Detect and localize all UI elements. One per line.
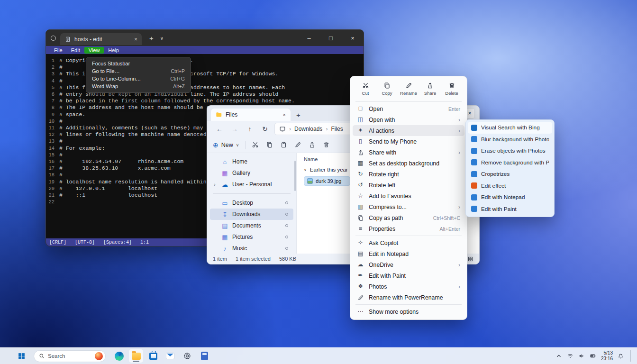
copy-icon[interactable] — [266, 141, 273, 148]
taskbar-app-calculator[interactable] — [197, 349, 211, 363]
cut-button[interactable]: Cut — [355, 80, 375, 98]
maximize-button[interactable]: □ — [320, 30, 342, 46]
breadcrumb-downloads[interactable]: Downloads — [294, 126, 322, 132]
new-tab-button[interactable]: + — [149, 34, 154, 42]
expand-chevron-icon: › — [214, 182, 218, 187]
context-item-set-as-desktop-background[interactable]: ▦ Set as desktop background — [353, 158, 464, 169]
context-item-ai-actions[interactable]: ✦ AI actions › — [353, 125, 464, 136]
taskbar-app-file-explorer[interactable] — [129, 349, 143, 363]
ai-submenu-item-visual-search-with-bing[interactable]: Visual Search with Bing — [468, 122, 552, 134]
taskbar-app-edge[interactable] — [112, 349, 126, 363]
search-input[interactable]: Search — [34, 350, 106, 362]
tab-close-icon[interactable]: × — [283, 112, 286, 118]
context-item-copy-as-path[interactable]: Copy as path Ctrl+Shift+C — [353, 212, 464, 223]
view-menu-item-word-wrap[interactable]: Word WrapAlt+Z — [88, 82, 189, 90]
ai-submenu-item-erase-objects-with-photos[interactable]: Erase objects with Photos — [468, 145, 552, 157]
context-item-edit-in-notepad[interactable]: ▤ Edit in Notepad — [353, 248, 464, 259]
back-icon[interactable]: ← — [212, 125, 227, 133]
ai-submenu-item-edit-with-paint[interactable]: Edit with Paint — [468, 203, 552, 215]
sidebar-scrollbar[interactable] — [294, 161, 296, 191]
status-item: [UTF-8] — [75, 240, 95, 245]
sidebar-item-music[interactable]: ♪ Music — [210, 243, 293, 254]
context-item-compress-to[interactable]: ▥ Compress to... › — [353, 201, 464, 212]
sidebar-item-label: Music — [232, 245, 282, 252]
ai-submenu-item-edit-effect[interactable]: Edit effect — [468, 180, 552, 192]
breadcrumb-files[interactable]: Files — [331, 126, 343, 132]
context-item-ask-copilot[interactable]: ✧ Ask Copilot — [353, 237, 464, 248]
menu-edit[interactable]: Edit — [67, 47, 84, 54]
file-item-selected[interactable]: durk 39.jpg — [304, 176, 350, 186]
context-item-show-more-options[interactable]: ⋯ Show more options — [353, 306, 464, 317]
line-number: 19 — [46, 179, 55, 185]
menu-help[interactable]: Help — [104, 47, 123, 54]
context-item-add-to-favorites[interactable]: ☆ Add to Favorites — [353, 191, 464, 201]
cut-icon[interactable] — [252, 141, 259, 148]
copy-button[interactable]: Copy — [377, 80, 397, 98]
context-item-open-with[interactable]: ◫ Open with › — [353, 114, 464, 125]
tab-close-icon[interactable]: × — [134, 36, 137, 43]
ai-submenu-item-cropetrizes[interactable]: Cropetrizes — [468, 168, 552, 180]
ai-submenu-item-remove-background-with-paint[interactable]: Remove background with Paint — [468, 157, 552, 169]
ai-submenu-item-blur-background-with-photos[interactable]: Blur background with Photos — [468, 134, 552, 146]
context-item-photos[interactable]: ❖ Photos › — [353, 281, 464, 292]
show-desktop-button[interactable] — [630, 350, 631, 362]
collapse-chevron-icon[interactable]: ∨ — [304, 168, 307, 172]
crop-icon — [471, 171, 477, 177]
context-item-properties[interactable]: ≡ Properties Alt+Enter — [353, 223, 464, 234]
sidebar-item-downloads[interactable]: ↧ Downloads — [210, 209, 293, 220]
context-item-send-to-my-phone[interactable]: ▯ Send to My Phone — [353, 136, 464, 147]
network-icon[interactable] — [567, 353, 573, 359]
sidebar-item-user-personal[interactable]: › ☁ User - Personal — [210, 179, 293, 190]
tray-chevron-up-icon[interactable] — [555, 353, 562, 359]
up-icon[interactable]: ↑ — [242, 125, 257, 133]
context-item-share-with[interactable]: Share with › — [353, 147, 464, 158]
toolbar-divider — [245, 141, 246, 149]
explorer-tab[interactable]: Files × — [211, 109, 291, 121]
context-item-rotate-left[interactable]: ↺ Rotate left — [353, 180, 464, 191]
new-button[interactable]: ⊕ New ∨ — [213, 141, 239, 149]
taskbar: Search 5/13 23:16 — [0, 347, 637, 364]
new-tab-button[interactable]: + — [296, 111, 300, 119]
taskbar-app-settings[interactable] — [180, 349, 194, 363]
share-icon[interactable] — [309, 141, 316, 148]
taskbar-clock[interactable]: 5/13 23:16 — [601, 350, 613, 362]
notifications-bell-icon[interactable] — [618, 353, 624, 359]
context-item-rotate-right[interactable]: ↻ Rotate right — [353, 169, 464, 180]
battery-icon[interactable] — [590, 353, 596, 359]
notepad-tab[interactable]: hosts - edit × — [60, 33, 142, 45]
delete-button[interactable]: Delete — [442, 80, 462, 98]
minimize-button[interactable]: – — [298, 30, 320, 46]
start-button[interactable] — [13, 350, 29, 363]
menu-file[interactable]: File — [50, 47, 67, 54]
thumbnail-view-icon[interactable] — [467, 256, 473, 262]
close-button[interactable]: × — [342, 30, 364, 46]
context-item-rename-with-powerrename[interactable]: Rename with PowerRename — [353, 292, 464, 303]
taskbar-app-mail[interactable] — [163, 349, 177, 363]
status-item: [CRLF] — [49, 240, 66, 245]
sidebar-item-gallery[interactable]: ▦ Gallery — [210, 167, 293, 179]
ai-submenu-item-edit-with-notepad[interactable]: Edit with Notepad — [468, 191, 552, 203]
view-menu-item-focus-statusbar[interactable]: Focus Statusbar — [88, 60, 189, 67]
line-number: 5 — [46, 84, 55, 91]
share-button[interactable]: Share — [420, 80, 440, 98]
context-item-open[interactable]: □ Open Enter — [353, 103, 464, 114]
sidebar-item-home[interactable]: ⌂ Home — [210, 156, 293, 167]
rename-button[interactable]: Rename — [399, 80, 419, 98]
context-item-onedrive[interactable]: ☁ OneDrive › — [353, 259, 464, 270]
taskbar-app-store[interactable] — [146, 349, 160, 363]
context-item-edit-with-paint[interactable]: ✒ Edit with Paint — [353, 270, 464, 281]
refresh-icon[interactable]: ↻ — [257, 125, 273, 133]
sidebar-item-documents[interactable]: ▤ Documents — [210, 220, 293, 231]
rename-icon[interactable] — [294, 141, 301, 148]
delete-icon[interactable] — [323, 141, 330, 148]
tab-list-chevron-icon[interactable]: ∨ — [160, 36, 164, 41]
menu-view[interactable]: View — [84, 47, 104, 54]
view-menu-item-go-to-file[interactable]: Go to File…Ctrl+P — [88, 67, 189, 75]
paste-icon[interactable] — [280, 141, 287, 148]
sidebar-item-desktop[interactable]: ▭ Desktop — [210, 197, 293, 209]
forward-icon[interactable]: → — [227, 125, 242, 133]
view-menu-item-go-to-line-column[interactable]: Go to Line-Column…Ctrl+G — [88, 75, 189, 82]
volume-icon[interactable] — [578, 353, 585, 359]
sidebar-item-pictures[interactable]: ▦ Pictures — [210, 231, 293, 243]
submenu-chevron-icon: › — [458, 262, 460, 268]
